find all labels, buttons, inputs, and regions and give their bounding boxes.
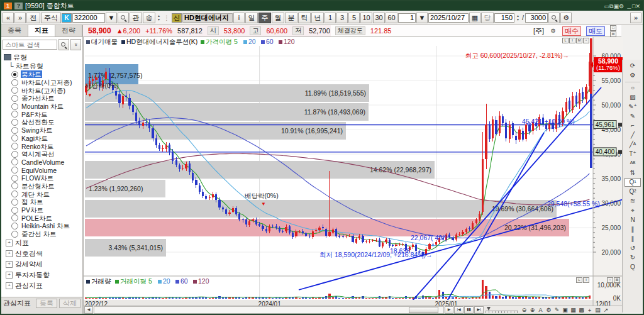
sidebar-group-1[interactable]: +신호검색 — [4, 248, 82, 259]
print-button[interactable]: ▤ — [594, 307, 602, 314]
code-dropdown-button[interactable]: ▼ — [106, 13, 117, 23]
custom-interval-input[interactable] — [398, 13, 416, 23]
price-settings-icon[interactable]: ⚙ — [549, 28, 557, 35]
smart-search-input[interactable] — [3, 40, 57, 50]
chart-type-option-7[interactable]: Swing차트 — [4, 126, 82, 135]
zoom-slider[interactable] — [486, 307, 518, 313]
chart-search-button[interactable]: Q — [625, 263, 640, 272]
chart-type-option-15[interactable]: 계단 차트 — [4, 190, 82, 198]
help-icon[interactable]: ? — [14, 3, 23, 9]
expand-plus-icon[interactable]: + — [6, 240, 13, 246]
period-minute-button[interactable]: 분 — [285, 13, 297, 23]
label-eraser-tool[interactable]: ᴬᴮ — [625, 159, 640, 168]
buy-button[interactable]: 매수 — [562, 26, 581, 36]
zigzag-tool[interactable]: N — [625, 216, 640, 224]
chart-canvas[interactable]: 1.77% (2,757,575)11.89% (18,519,555)11.8… — [84, 37, 623, 308]
go-last-button[interactable]: ▶| — [474, 306, 484, 314]
main-pane-button-M[interactable]: M — [576, 38, 582, 43]
interval-30-button[interactable]: 30 — [373, 13, 385, 23]
zoom-out-button[interactable]: ⊖ — [520, 307, 528, 314]
add-pane-button[interactable]: ＋ — [586, 307, 594, 314]
register-button[interactable]: 등록 — [36, 299, 57, 308]
chart-type-option-0[interactable]: 봉차트 — [4, 70, 82, 79]
chart-type-option-10[interactable]: 역시계곡선 — [4, 150, 82, 158]
period-year-button[interactable]: 년 — [311, 13, 324, 23]
expand-plus-icon[interactable]: + — [6, 250, 13, 257]
pen-add-tool[interactable]: ✎⁺ — [625, 102, 640, 111]
main-pane-button-▫[interactable]: ▫ — [583, 38, 589, 43]
interval-dropdown-button[interactable]: ▼ — [416, 13, 428, 23]
nav-prev-button[interactable]: » — [14, 13, 26, 23]
chart-type-option-16[interactable]: 점 차트 — [4, 198, 82, 206]
titlebar-icon-2[interactable]: ▣ — [613, 3, 619, 9]
chart-refresh-button[interactable]: ⟳ — [625, 62, 640, 70]
code-spinner[interactable]: ▴▾ — [156, 13, 162, 23]
bars-spinner[interactable]: ▴▾ — [515, 13, 521, 23]
stock-name-box[interactable]: HD현대에너지 — [182, 13, 233, 23]
zoom-in-button[interactable]: ⊕ — [528, 307, 536, 314]
visible-bars-input[interactable] — [494, 13, 514, 23]
indicator-window-tool[interactable]: ▧ — [625, 93, 640, 102]
pen-tool[interactable]: ✎ — [625, 112, 640, 121]
close-panel-icon[interactable]: ⊠ — [610, 31, 616, 37]
chart-type-option-11[interactable]: CandleVolume — [4, 158, 82, 167]
collapse-button[interactable]: » — [70, 39, 81, 50]
go-first-button[interactable]: |◀ — [454, 306, 464, 314]
chart-type-option-14[interactable]: 분산형차트 — [4, 182, 82, 191]
chart-type-option-20[interactable]: 중간선 차트 — [4, 230, 82, 238]
zoom-in-tool[interactable]: Q¹ — [625, 178, 641, 187]
auto-scale-button[interactable]: A — [536, 307, 545, 314]
tab-stock[interactable]: 종목 — [1, 25, 28, 36]
fullscreen-button[interactable]: ↗ — [602, 307, 610, 314]
chart-type-option-8[interactable]: Kagi차트 — [4, 135, 82, 143]
slider-thumb[interactable] — [487, 307, 491, 311]
pen-edit-tool[interactable]: ⌐ — [625, 121, 640, 130]
trendline-tool[interactable]: ╱ — [625, 131, 640, 140]
bar-expand-tool[interactable]: ∥ — [625, 235, 640, 243]
scroll-right-button[interactable]: ▶ — [445, 306, 453, 314]
crosshair-tool[interactable]: ⌖ — [625, 206, 640, 215]
sell-button[interactable]: 매도 — [586, 26, 605, 36]
search-button[interactable] — [58, 39, 69, 50]
panel-layout-button[interactable]: ▣ — [561, 307, 569, 314]
close-button[interactable]: ✕ — [635, 3, 640, 9]
sidebar-group-2[interactable]: +강세약세 — [4, 259, 82, 270]
main-pane-button-L[interactable]: L — [562, 38, 569, 43]
interval-60-button[interactable]: 60 — [386, 13, 397, 23]
ellipse-tool[interactable]: ○ — [625, 82, 640, 92]
data-table-button[interactable]: ▦ — [569, 307, 577, 314]
expand-plus-icon[interactable]: + — [6, 272, 13, 279]
chart-type-option-9[interactable]: Renko차트 — [4, 142, 82, 150]
pause-button[interactable]: ▮▮ — [464, 306, 474, 314]
chart-type-option-5[interactable]: P&F차트 — [4, 110, 82, 118]
interval-1-button[interactable]: 1 — [325, 13, 336, 23]
tab-indicator[interactable]: 지표 — [28, 25, 55, 36]
volume-pane-button-I[interactable]: I — [583, 277, 589, 283]
stock-code-input[interactable] — [72, 13, 105, 23]
titlebar-icon-0[interactable]: ▭ — [604, 3, 609, 9]
sidebar-group-4[interactable]: +관심지표 — [4, 280, 82, 291]
toolbar-overflow-button[interactable]: » — [630, 13, 641, 23]
dock-icon[interactable]: □ — [610, 25, 616, 31]
period-month-button[interactable]: 월 — [272, 13, 284, 23]
chart-type-option-18[interactable]: POLE차트 — [4, 214, 82, 222]
chart-type-option-19[interactable]: Heikin-Ashi 차트 — [4, 222, 82, 230]
period-week-button[interactable]: 주 — [258, 13, 271, 23]
chart-type-option-6[interactable]: 삼선전환도 — [4, 118, 82, 126]
expand-plus-icon[interactable]: + — [6, 261, 13, 268]
tab-strategy[interactable]: 전략 — [55, 25, 82, 36]
pattern-search-tool[interactable]: ≋ — [625, 197, 640, 206]
period-tick-button[interactable]: 틱 — [298, 13, 311, 23]
expand-plus-icon[interactable]: + — [6, 282, 13, 289]
credit-badge[interactable]: 신 — [172, 13, 182, 23]
sidebar-group-0[interactable]: +지표 — [4, 238, 82, 248]
total-bars-input[interactable] — [525, 13, 548, 23]
main-pane-button-I[interactable]: I — [569, 38, 575, 43]
tree-root[interactable]: 유형 — [4, 53, 82, 62]
date-input[interactable] — [428, 13, 469, 23]
interval-10-button[interactable]: 10 — [360, 13, 372, 23]
volume-pane-close-0[interactable]: ▫ — [607, 277, 613, 283]
chart-type-option-12[interactable]: EquiVolume — [4, 166, 82, 174]
chart-type-option-13[interactable]: FLOW차트 — [4, 174, 82, 182]
calendar-button[interactable]: ▦ — [469, 13, 480, 23]
